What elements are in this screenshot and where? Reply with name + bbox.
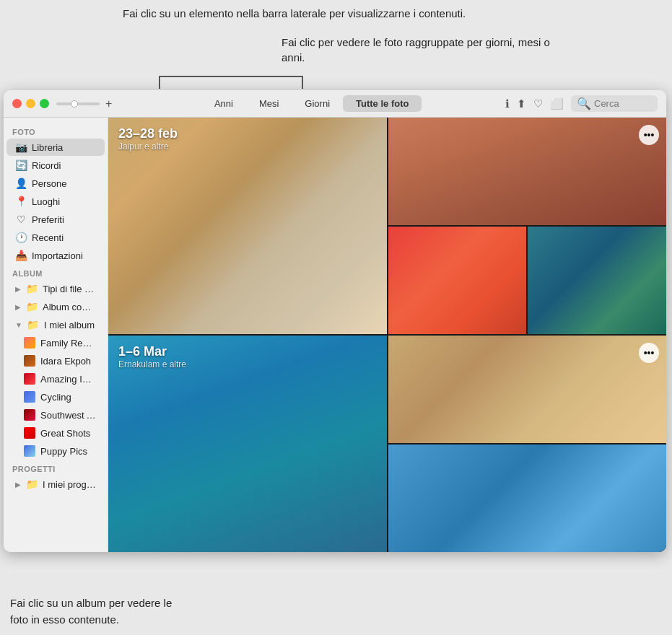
photo-block-desert-man[interactable]: ••• (388, 336, 667, 443)
crop-icon[interactable]: ⬜ (550, 97, 564, 110)
photo-cell-india-main[interactable]: 23–28 feb Jaipur e altre (108, 118, 387, 334)
titlebar: + AnniMesiGiorniTutte le foto ℹ ⬆ ♡ ⬜ 🔍 (4, 90, 666, 118)
family-reuni-thumb (24, 337, 35, 349)
sidebar-section-progetti: Progetti (4, 460, 108, 475)
sidebar-item-family-reuni[interactable]: Family Reuni... (6, 334, 105, 351)
chevron-right-icon-2: ▶ (15, 303, 21, 311)
sidebar-idara-ekpoh-label: Idara Ekpoh (40, 356, 96, 367)
info-icon[interactable]: ℹ (505, 97, 510, 110)
search-input[interactable] (594, 98, 652, 109)
sidebar-item-luoghi[interactable]: 📍 Luoghi (6, 193, 105, 210)
photo-block-blue-sky[interactable] (388, 444, 667, 552)
tab-mesi[interactable]: Mesi (246, 95, 292, 112)
sidebar-preferiti-label: Preferiti (32, 214, 96, 225)
sidebar-importazioni-label: Importazioni (32, 250, 96, 261)
photo-block-door-blue[interactable] (528, 227, 666, 334)
photo-block-portrait[interactable]: ••• (388, 118, 667, 225)
date-overlay-2: 1–6 Mar Ernakulam e altre (118, 344, 186, 369)
photo-blue-sky-bg (388, 444, 667, 552)
photo-door-blue-bg (528, 227, 666, 334)
annotation-right: Fai clic per vedere le foto raggruppate … (282, 35, 570, 65)
sidebar-item-ricordi[interactable]: 🔄 Ricordi (6, 157, 105, 174)
tipi-file-icon: 📁 (26, 283, 38, 294)
photo-grid: 23–28 feb Jaipur e altre ••• (108, 118, 666, 552)
tab-tutte-le-foto[interactable]: Tutte le foto (343, 95, 422, 112)
sidebar-great-shots-label: Great Shots (40, 428, 96, 439)
sidebar-item-album-condivisi[interactable]: ▶ 📁 Album condivisi (6, 298, 105, 315)
annotation-top: Fai clic su un elemento nella barra late… (115, 0, 520, 27)
traffic-lights (12, 99, 49, 108)
maximize-button[interactable] (40, 99, 49, 108)
chevron-right-icon-3: ▶ (15, 481, 21, 489)
amazing-india-thumb (24, 373, 35, 385)
southwest-thumb (24, 409, 35, 421)
share-icon[interactable]: ⬆ (517, 97, 526, 110)
tab-anni[interactable]: Anni (201, 95, 246, 112)
photo-desert-man-bg (388, 336, 667, 443)
sidebar-item-amazing-india[interactable]: Amazing India (6, 370, 105, 387)
sidebar-item-great-shots[interactable]: Great Shots (6, 424, 105, 442)
more-button-2[interactable]: ••• (639, 343, 659, 363)
importazioni-icon: 📥 (15, 250, 27, 261)
location-text-1: Jaipur e altre (118, 141, 178, 152)
sidebar-item-libreria[interactable]: 📷 Libreria (6, 139, 105, 156)
sidebar-item-recenti[interactable]: 🕐 Recenti (6, 229, 105, 246)
sidebar-southwest-label: Southwest A... (40, 410, 96, 421)
sidebar-item-miei-progetti[interactable]: ▶ 📁 I miei progetti (6, 476, 105, 493)
sidebar-item-miei-album[interactable]: ▼ 📁 I miei album (6, 316, 105, 333)
window-body: Foto 📷 Libreria 🔄 Ricordi 👤 Persone 📍 Lu… (4, 118, 666, 552)
sidebar-amazing-india-label: Amazing India (40, 374, 96, 385)
photo-cell-selfie-main[interactable]: 1–6 Mar Ernakulam e altre (108, 336, 387, 552)
preferiti-icon: ♡ (15, 214, 27, 225)
photo-bottom-row-1 (388, 227, 667, 334)
sidebar-item-importazioni[interactable]: 📥 Importazioni (6, 247, 105, 264)
toolbar-actions: ℹ ⬆ ♡ ⬜ 🔍 (505, 95, 658, 112)
right-col-1: ••• (388, 118, 667, 334)
chevron-down-icon: ▼ (15, 321, 22, 329)
sidebar-recenti-label: Recenti (32, 232, 96, 243)
idara-ekpoh-thumb (24, 355, 35, 367)
sidebar-persone-label: Persone (32, 178, 96, 189)
annotation-bottom: Fai clic su un album per vedere le foto … (0, 588, 188, 635)
sidebar-item-persone[interactable]: 👤 Persone (6, 175, 105, 192)
search-icon: 🔍 (577, 97, 591, 110)
sidebar-item-idara-ekpoh[interactable]: Idara Ekpoh (6, 352, 105, 369)
heart-icon[interactable]: ♡ (533, 97, 543, 110)
ricordi-icon: 🔄 (15, 159, 27, 171)
sidebar-family-reuni-label: Family Reuni... (40, 338, 96, 349)
date-overlay-1: 23–28 feb Jaipur e altre (118, 126, 178, 152)
sidebar-luoghi-label: Luoghi (32, 196, 96, 207)
sidebar-section-foto: Foto (4, 123, 108, 138)
toolbar: + AnniMesiGiorniTutte le foto ℹ ⬆ ♡ ⬜ 🔍 (56, 95, 658, 112)
cycling-thumb (24, 391, 35, 403)
sidebar-item-cycling[interactable]: Cycling (6, 388, 105, 406)
luoghi-icon: 📍 (15, 196, 27, 207)
zoom-plus-button[interactable]: + (105, 97, 112, 110)
location-text-2: Ernakulam e altre (118, 359, 186, 369)
libreria-icon: 📷 (15, 141, 27, 153)
zoom-slider[interactable] (56, 102, 100, 105)
zoom-slider-area: + (56, 97, 112, 110)
chevron-right-icon: ▶ (15, 285, 21, 293)
slider-thumb (71, 100, 78, 108)
sidebar-item-puppy-pics[interactable]: Puppy Pics (6, 442, 105, 460)
photo-block-man-colorful[interactable] (388, 227, 527, 334)
sidebar-libreria-label: Libreria (32, 142, 96, 153)
right-col-2: ••• (388, 336, 667, 552)
sidebar-item-southwest[interactable]: Southwest A... (6, 406, 105, 424)
miei-progetti-icon: 📁 (26, 478, 38, 490)
minimize-button[interactable] (26, 99, 35, 108)
sidebar-item-preferiti[interactable]: ♡ Preferiti (6, 211, 105, 228)
persone-icon: 👤 (15, 178, 27, 189)
tab-giorni[interactable]: Giorni (292, 95, 343, 112)
recenti-icon: 🕐 (15, 232, 27, 243)
sidebar-tipi-file-label: Tipi di file multi... (43, 284, 96, 294)
sidebar-miei-album-label: I miei album (44, 320, 96, 330)
more-button-1[interactable]: ••• (639, 125, 659, 145)
sidebar: Foto 📷 Libreria 🔄 Ricordi 👤 Persone 📍 Lu… (4, 118, 108, 552)
sidebar-item-tipi-file[interactable]: ▶ 📁 Tipi di file multi... (6, 280, 105, 297)
search-box[interactable]: 🔍 (571, 95, 658, 112)
close-button[interactable] (12, 99, 22, 108)
sidebar-cycling-label: Cycling (40, 392, 96, 403)
sidebar-album-condivisi-label: Album condivisi (43, 302, 96, 312)
